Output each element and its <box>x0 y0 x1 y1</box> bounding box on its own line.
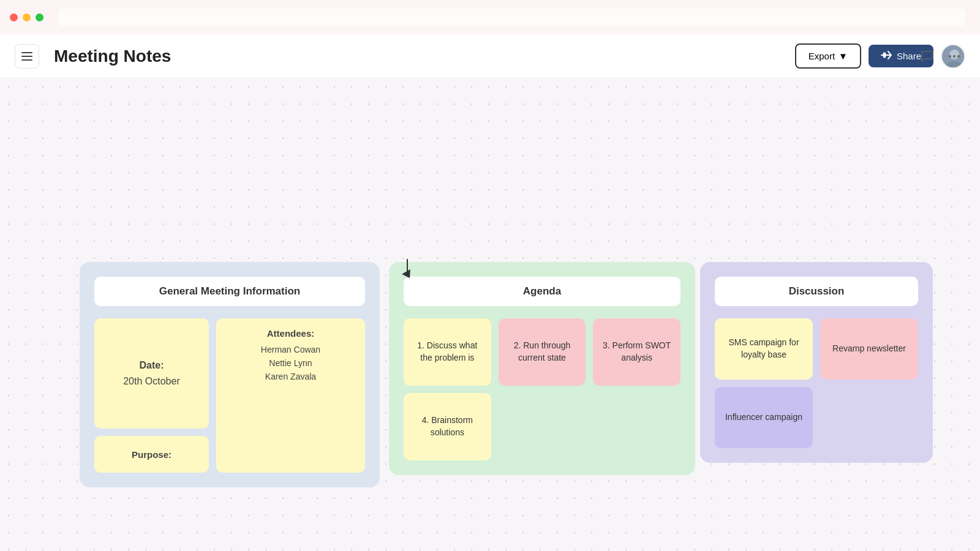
discussion-item-2[interactable]: Revamp newsletter <box>820 318 918 380</box>
page-title: Meeting Notes <box>54 47 785 66</box>
title-bar <box>0 0 980 34</box>
discussion-card: Discussion SMS campaign for loyalty base… <box>700 262 933 463</box>
address-bar[interactable] <box>58 9 965 26</box>
discussion-item-3[interactable]: Influencer campaign <box>715 387 813 448</box>
hamburger-icon <box>21 56 32 57</box>
minimize-button[interactable] <box>23 13 31 21</box>
menu-button[interactable] <box>15 44 39 69</box>
date-value: 20th October <box>123 376 180 387</box>
agenda-item-4[interactable]: 4. Brainstorm solutions <box>404 393 491 460</box>
attendees-title: Attendees: <box>226 328 355 339</box>
attendee-3: Karen Zavala <box>226 372 355 381</box>
attendees-sticky: Attendees: Herman Cowan Nettie Lynn Kare… <box>216 318 365 473</box>
svg-point-7 <box>957 55 960 58</box>
agenda-item-1[interactable]: 1. Discuss what the problem is <box>404 318 491 386</box>
comment-icon[interactable] <box>916 45 938 67</box>
attendee-1: Herman Cowan <box>226 345 355 354</box>
purpose-sticky: Purpose: <box>94 436 209 473</box>
traffic-lights <box>10 13 43 21</box>
date-sticky: Date: 20th October <box>94 318 209 429</box>
discussion-item-1[interactable]: SMS campaign for loyalty base <box>715 318 813 380</box>
svg-point-5 <box>949 55 951 58</box>
canvas[interactable]: General Meeting Information Date: 20th O… <box>0 78 980 551</box>
agenda-item-2[interactable]: 2. Run through current state <box>499 318 586 386</box>
date-label: Date: <box>139 360 164 371</box>
meeting-date-section: Date: 20th October Purpose: <box>94 318 209 473</box>
hamburger-icon <box>21 59 32 61</box>
meeting-info-body: Date: 20th October Purpose: Attendees: H… <box>94 318 365 473</box>
svg-point-6 <box>953 55 956 58</box>
maximize-button[interactable] <box>36 13 43 21</box>
discussion-grid: SMS campaign for loyalty base Revamp new… <box>715 318 918 448</box>
agenda-card: Agenda 1. Discuss what the problem is 2.… <box>389 262 695 475</box>
svg-point-1 <box>883 55 886 58</box>
agenda-header: Agenda <box>404 277 680 306</box>
export-label: Export <box>809 51 835 61</box>
hamburger-icon <box>21 52 32 53</box>
export-button[interactable]: Export ▼ <box>795 43 861 69</box>
share-icon <box>881 51 892 61</box>
agenda-item-3[interactable]: 3. Perform SWOT analysis <box>593 318 680 386</box>
attendee-2: Nettie Lynn <box>226 358 355 368</box>
meeting-attendees-section: Attendees: Herman Cowan Nettie Lynn Kare… <box>216 318 365 473</box>
meeting-info-header: General Meeting Information <box>94 277 365 306</box>
close-button[interactable] <box>10 13 18 21</box>
purpose-label: Purpose: <box>132 449 172 460</box>
toolbar: Meeting Notes Export ▼ Share <box>0 34 980 78</box>
right-icons <box>916 45 965 67</box>
chevron-down-icon: ▼ <box>839 51 848 61</box>
discussion-header: Discussion <box>715 277 918 306</box>
agenda-grid: 1. Discuss what the problem is 2. Run th… <box>404 318 680 460</box>
meeting-info-card: General Meeting Information Date: 20th O… <box>80 262 380 487</box>
more-options-icon[interactable] <box>943 45 965 67</box>
